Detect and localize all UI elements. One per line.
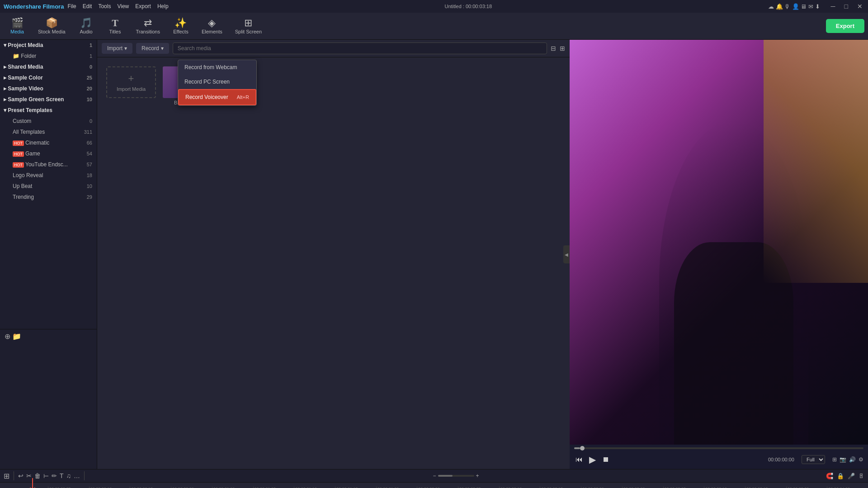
main-toolbar: 🎬 Media 📦 Stock Media 🎵 Audio T Titles ⇄… <box>0 13 868 40</box>
sidebar-item-sample-video[interactable]: ▸ Sample Video 20 <box>0 83 97 94</box>
sidebar-item-up-beat[interactable]: Up Beat 10 <box>0 181 97 192</box>
progress-fill <box>574 447 580 449</box>
grid-view-icon[interactable]: ⊞ <box>560 45 565 52</box>
add-media-button[interactable]: + Import Media <box>106 66 156 98</box>
tool-titles[interactable]: T Titles <box>102 16 129 36</box>
close-button[interactable]: ✕ <box>855 3 864 10</box>
tool-titles-label: Titles <box>109 29 121 34</box>
dropdown-record-screen[interactable]: Record PC Screen <box>178 75 256 89</box>
title-bar: Wondershare Filmora File Edit Tools View… <box>0 0 868 13</box>
add-track-icon[interactable]: ⊞ <box>4 472 9 480</box>
minimize-button[interactable]: ─ <box>829 3 837 10</box>
snapshot-icon[interactable]: 📷 <box>840 456 846 463</box>
stock-media-icon: 📦 <box>46 18 58 28</box>
collapse-icon: ◀ <box>565 252 568 257</box>
panel-collapse-handle[interactable]: ◀ <box>563 245 570 263</box>
menu-view[interactable]: View <box>117 3 129 9</box>
progress-bar[interactable] <box>574 447 863 449</box>
transitions-icon: ⇄ <box>144 18 152 28</box>
time-display: 00:00:00:00 <box>768 457 794 462</box>
sidebar-item-custom[interactable]: Custom 0 <box>0 116 97 127</box>
settings-icon[interactable]: ⚙ <box>859 456 863 463</box>
mic-icon[interactable]: 🎤 <box>848 473 855 479</box>
media-toolbar: Import ▾ Record ▾ ⊟ ⊞ <box>97 40 570 57</box>
timeline-ruler[interactable]: 00:00:00:05 00:00:00:10 00:00:00:15 00:0… <box>0 483 868 488</box>
sidebar-item-project-media[interactable]: ▾ Project Media 1 <box>0 40 97 51</box>
sidebar-item-all-templates[interactable]: All Templates 311 <box>0 127 97 137</box>
search-input[interactable] <box>173 42 547 54</box>
folder-icon[interactable]: 📁 <box>12 332 21 341</box>
menu-file[interactable]: File <box>67 3 76 9</box>
audio-adjust-icon[interactable]: ♫ <box>66 472 71 479</box>
sidebar-item-folder[interactable]: 📁 Folder 1 <box>0 51 97 61</box>
media-icon: 🎬 <box>11 18 24 28</box>
tool-split-screen[interactable]: ⊞ Split Screen <box>230 16 267 36</box>
sidebar-item-trending[interactable]: Trending 29 <box>0 192 97 202</box>
preview-extra-controls: ⊞ 📷 🔊 ⚙ <box>832 456 863 463</box>
dropdown-record-webcam[interactable]: Record from Webcam <box>178 60 256 75</box>
zoom-slider[interactable] <box>438 475 474 477</box>
export-button[interactable]: Export <box>826 19 864 33</box>
tool-stock-label: Stock Media <box>38 29 66 34</box>
add-folder-icon[interactable]: ⊕ <box>5 332 10 341</box>
tool-stock-media[interactable]: 📦 Stock Media <box>33 16 71 36</box>
timeline-section: ⊞ ↩ ✂ 🗑 ⊢ ✏ T ♫ … − + 🧲 🔒 🎤 🎚 00 <box>0 469 868 488</box>
effects-icon: ✨ <box>175 18 187 28</box>
sidebar-item-sample-green-screen[interactable]: ▸ Sample Green Screen 10 <box>0 94 97 105</box>
red-arrow-indicator: ↓ <box>27 472 38 488</box>
title-display: Untitled : 00:00:03:18 <box>444 4 492 9</box>
video-frame <box>570 40 868 445</box>
record-button[interactable]: Record ▾ <box>136 43 169 54</box>
import-button[interactable]: Import ▾ <box>102 43 132 54</box>
record-dropdown: Record from Webcam Record PC Screen Reco… <box>178 60 257 106</box>
record-dropdown-icon: ▾ <box>161 45 164 52</box>
sidebar-item-youtube-endscreen[interactable]: HOTYouTube Endsc... 57 <box>0 159 97 170</box>
dropdown-record-voiceover[interactable]: Record Voiceover Alt+R <box>178 89 256 105</box>
tool-effects-label: Effects <box>173 29 188 34</box>
sidebar-item-sample-color[interactable]: ▸ Sample Color 25 <box>0 72 97 83</box>
tool-audio[interactable]: 🎵 Audio <box>73 16 100 36</box>
split-screen-icon: ⊞ <box>244 18 252 28</box>
sidebar-item-shared-media[interactable]: ▸ Shared Media 0 <box>0 61 97 72</box>
text-icon[interactable]: T <box>60 472 64 479</box>
sidebar-item-game[interactable]: HOTGame 54 <box>0 148 97 159</box>
zoom-out-icon[interactable]: − <box>433 473 436 479</box>
lock-icon[interactable]: 🔒 <box>837 473 844 479</box>
play-button[interactable]: ▶ <box>588 453 597 466</box>
tool-elements[interactable]: ◈ Elements <box>196 16 228 36</box>
menu-edit[interactable]: Edit <box>83 3 92 9</box>
prev-frame-button[interactable]: ⏮ <box>574 454 584 465</box>
more-icon[interactable]: … <box>74 472 80 479</box>
draw-icon[interactable]: ✏ <box>52 472 57 479</box>
audio-mix-icon[interactable]: 🎚 <box>859 473 864 479</box>
video-preview-area <box>570 40 868 445</box>
titles-icon: T <box>112 18 118 28</box>
import-media-thumb[interactable]: + Import Media <box>106 66 156 98</box>
menu-tools[interactable]: Tools <box>98 3 111 9</box>
title-bar-left: Wondershare Filmora File Edit Tools View… <box>4 3 169 10</box>
volume-icon[interactable]: 🔊 <box>849 456 856 463</box>
menu-export[interactable]: Export <box>135 3 151 9</box>
sidebar-item-cinematic[interactable]: HOTCinematic 66 <box>0 137 97 148</box>
filter-icon[interactable]: ⊟ <box>551 45 556 52</box>
sidebar-item-logo-reveal[interactable]: Logo Reveal 18 <box>0 170 97 181</box>
tool-media[interactable]: 🎬 Media <box>4 16 31 36</box>
snap-icon[interactable]: 🧲 <box>826 473 833 479</box>
media-area: + Import Media ▶ BAD AUDIO <box>97 57 570 469</box>
timeline-toolbar: ⊞ ↩ ✂ 🗑 ⊢ ✏ T ♫ … − + 🧲 🔒 🎤 🎚 <box>0 469 868 483</box>
fullscreen-icon[interactable]: ⊞ <box>832 456 837 463</box>
tool-effects[interactable]: ✨ Effects <box>167 16 194 36</box>
undo-icon[interactable]: ↩ <box>18 472 24 479</box>
import-media-label: Import Media <box>117 86 146 92</box>
left-panel: ▾ Project Media 1 📁 Folder 1 ▸ Shared Me… <box>0 40 97 469</box>
sidebar-item-preset-templates[interactable]: ▾ Preset Templates <box>0 105 97 116</box>
elements-icon: ◈ <box>208 18 216 28</box>
stop-button[interactable]: ⏹ <box>601 454 611 465</box>
split-icon[interactable]: ⊢ <box>43 472 49 479</box>
tool-transitions[interactable]: ⇄ Transitions <box>131 16 165 36</box>
zoom-in-icon[interactable]: + <box>476 473 479 479</box>
maximize-button[interactable]: □ <box>843 3 850 10</box>
quality-select[interactable]: Full 1/2 1/4 <box>802 455 825 464</box>
menu-help[interactable]: Help <box>157 3 169 9</box>
tool-split-screen-label: Split Screen <box>235 29 262 34</box>
